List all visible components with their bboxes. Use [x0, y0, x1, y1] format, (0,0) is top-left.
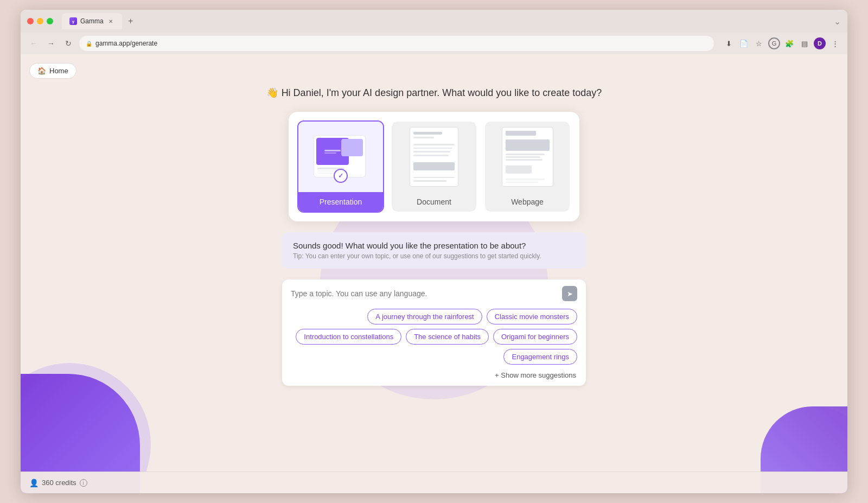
presentation-card[interactable]: ✓ Presentation: [297, 120, 384, 213]
home-label: Home: [49, 67, 68, 75]
document-card[interactable]: Document: [391, 120, 477, 213]
document-preview: [392, 122, 476, 192]
send-icon: ➤: [567, 290, 573, 298]
suggestion-rings[interactable]: Engagement rings: [503, 349, 577, 365]
lock-icon: 🔒: [86, 41, 92, 47]
menu-icon[interactable]: ⋮: [829, 37, 841, 49]
greeting-message: 👋 Hi Daniel, I'm your AI design partner.…: [266, 87, 602, 99]
credits-icon: 👤: [29, 479, 39, 487]
page-icon[interactable]: 📄: [738, 37, 750, 49]
star-icon[interactable]: ☆: [753, 37, 765, 49]
credits-info-icon[interactable]: i: [80, 479, 87, 487]
send-button[interactable]: ➤: [562, 286, 577, 301]
browser-window: γ Gamma ✕ + ⌄ ← → ↻ 🔒 gamma.app/generate…: [21, 10, 847, 493]
topic-input[interactable]: [291, 289, 558, 298]
tab-bar: γ Gamma ✕ +: [62, 13, 829, 29]
tab-title: Gamma: [80, 17, 104, 25]
nav-right-icons: ⬇ 📄 ☆ G 🧩 ▤ D ⋮: [723, 37, 841, 49]
active-tab[interactable]: γ Gamma ✕: [62, 13, 122, 29]
footer-bar: 👤 360 credits i: [21, 472, 847, 493]
extension-icon-2[interactable]: 🧩: [783, 37, 795, 49]
credits-text: 360 credits: [42, 479, 76, 487]
new-tab-button[interactable]: +: [124, 15, 137, 28]
greeting-text: Hi Daniel, I'm your AI design partner. W…: [282, 87, 602, 99]
suggestion-rainforest[interactable]: A journey through the rainforest: [367, 309, 482, 324]
fullscreen-button[interactable]: [47, 18, 53, 24]
minimize-button[interactable]: [37, 18, 43, 24]
page-content: 🏠 Home 👋 Hi Daniel, I'm your AI design p…: [21, 54, 847, 493]
title-bar: γ Gamma ✕ + ⌄: [21, 10, 847, 33]
suggestions-container: A journey through the rainforest Classic…: [291, 309, 577, 379]
suggestion-science-habits[interactable]: The science of habits: [406, 329, 489, 345]
back-button[interactable]: ←: [27, 37, 40, 50]
type-selector: ✓ Presentation: [289, 112, 579, 221]
download-icon[interactable]: ⬇: [723, 37, 735, 49]
forward-button[interactable]: →: [44, 37, 58, 50]
webpage-card[interactable]: Webpage: [484, 120, 571, 213]
extension-icon-1[interactable]: G: [768, 37, 780, 49]
close-button[interactable]: [27, 18, 34, 24]
window-controls-right: ⌄: [834, 16, 841, 27]
traffic-lights: [27, 18, 53, 24]
gamma-favicon: γ: [69, 17, 77, 25]
presentation-label: Presentation: [298, 192, 383, 212]
greeting-emoji: 👋: [266, 87, 278, 99]
input-row: ➤: [291, 286, 577, 301]
webpage-preview: [485, 122, 570, 192]
home-button[interactable]: 🏠 Home: [29, 63, 76, 79]
presentation-preview: ✓: [298, 122, 383, 192]
reload-button[interactable]: ↻: [62, 37, 75, 50]
address-bar[interactable]: 🔒 gamma.app/generate: [79, 36, 714, 51]
tab-close-button[interactable]: ✕: [107, 17, 114, 25]
prompt-section: Sounds good! What would you like the pre…: [282, 232, 586, 269]
nav-bar: ← → ↻ 🔒 gamma.app/generate ⬇ 📄 ☆ G 🧩 ▤ D…: [21, 33, 847, 54]
webpage-label: Webpage: [485, 192, 570, 212]
web-preview-mockup: [502, 127, 553, 187]
main-container: 👋 Hi Daniel, I'm your AI design partner.…: [21, 54, 847, 386]
show-more-button[interactable]: + Show more suggestions: [291, 371, 577, 379]
sidebar-icon[interactable]: ▤: [799, 37, 810, 49]
url-text: gamma.app/generate: [95, 40, 157, 47]
prompt-tip: Tip: You can enter your own topic, or us…: [293, 252, 575, 260]
user-avatar[interactable]: D: [814, 37, 826, 49]
suggestion-origami[interactable]: Origami for beginners: [493, 329, 577, 345]
suggestion-monsters[interactable]: Classic movie monsters: [487, 309, 577, 324]
doc-preview-mockup: [410, 127, 458, 187]
input-container: ➤ A journey through the rainforest Class…: [282, 279, 586, 386]
home-icon: 🏠: [37, 67, 46, 75]
document-label: Document: [392, 192, 476, 212]
prompt-title: Sounds good! What would you like the pre…: [293, 241, 575, 250]
suggestion-constellations[interactable]: Introduction to constellations: [296, 329, 401, 345]
